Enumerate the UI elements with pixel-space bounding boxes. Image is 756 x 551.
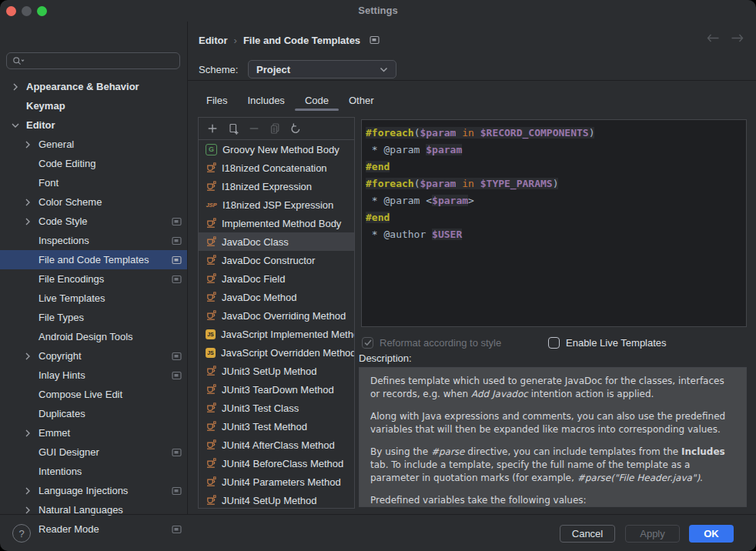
remove-template-button [248,122,260,135]
apply-button[interactable]: Apply [625,525,680,543]
template-item-implemented-method-body[interactable]: Implemented Method Body [199,214,354,232]
template-item-junit3-teardown-method[interactable]: JUnit3 TearDown Method [199,380,354,399]
sidebar-item-compose-live-edit[interactable]: Compose Live Edit [0,385,187,404]
template-item-javascript-overridden-method-body[interactable]: JSJavaScript Overridden Method Body [199,343,354,362]
tab-other[interactable]: Other [339,90,384,111]
template-item-junit3-setup-method[interactable]: JUnit3 SetUp Method [199,362,354,380]
sidebar-item-inspections[interactable]: Inspections [0,231,187,250]
sidebar-item-label: File Types [38,312,84,323]
duplicate-template-button[interactable] [227,122,239,135]
tab-files[interactable]: Files [196,90,237,111]
template-code-editor[interactable]: #foreach($param in $RECORD_COMPONENTS) *… [361,119,747,327]
sidebar-item-label: Compose Live Edit [38,389,122,400]
ok-button[interactable]: OK [689,525,734,543]
search-input[interactable] [28,55,170,68]
footer-separator [0,514,756,515]
template-item-junit4-parameters-method[interactable]: JUnit4 Parameters Method [199,473,354,491]
sidebar-item-live-templates[interactable]: Live Templates [0,289,187,308]
search-icon [12,56,25,66]
sidebar-item-natural-languages[interactable]: Natural Languages [0,500,187,519]
template-item-junit3-test-method[interactable]: JUnit3 Test Method [199,417,354,436]
sidebar-item-label: Code Editing [38,158,95,169]
sidebar-item-file-and-code-templates[interactable]: File and Code Templates [0,250,187,269]
chevron-spacer [22,331,34,343]
template-item-junit4-setup-method[interactable]: JUnit4 SetUp Method [199,491,354,509]
template-item-javascript-implemented-method-body[interactable]: JSJavaScript Implemented Method Body [199,325,354,343]
sidebar-item-color-scheme[interactable]: Color Scheme [0,192,187,212]
template-item-javadoc-overriding-method[interactable]: JavaDoc Overriding Method [199,306,354,325]
template-item-javadoc-field[interactable]: JavaDoc Field [199,269,354,288]
sidebar-divider [187,22,188,515]
pane-icon [370,35,380,45]
separator [188,80,756,81]
template-item-i18nized-jsp-expression[interactable]: JSPI18nized JSP Expression [199,195,354,214]
sidebar-item-intentions[interactable]: Intentions [0,462,187,481]
reformat-checkbox-label: Reformat according to style [380,337,501,349]
reset-template-button[interactable] [289,122,302,135]
chevron-right-icon [22,215,34,228]
breadcrumb-separator-icon: › [234,35,237,46]
template-item-i18nized-concatenation[interactable]: I18nized Concatenation [199,159,354,177]
sidebar-item-label: Color Scheme [38,196,102,208]
enable-live-templates-checkbox[interactable]: Enable Live Templates [548,336,667,349]
sidebar-item-code-editing[interactable]: Code Editing [0,154,187,173]
sidebar-item-gui-designer[interactable]: GUI Designer [0,442,187,462]
sidebar-item-general[interactable]: General [0,135,187,154]
pane-icon [172,525,182,534]
sidebar-item-android-design-tools[interactable]: Android Design Tools [0,327,187,346]
question-mark-icon: ? [18,528,24,539]
breadcrumb-editor[interactable]: Editor [199,35,228,46]
sidebar-item-language-injections[interactable]: Language Injections [0,481,187,500]
template-item-label: I18nized JSP Expression [222,199,333,211]
template-item-label: JUnit4 Parameters Method [222,476,341,488]
chevron-spacer [22,369,34,382]
sidebar-item-inlay-hints[interactable]: Inlay Hints [0,366,187,385]
sidebar-item-label: Appearance & Behavior [26,81,139,92]
java-class-icon [206,495,216,506]
template-item-label: JavaDoc Constructor [222,255,315,266]
template-item-javadoc-constructor[interactable]: JavaDoc Constructor [199,251,354,269]
template-item-javadoc-method[interactable]: JavaDoc Method [199,288,354,306]
sidebar-item-font[interactable]: Font [0,173,187,192]
sidebar-item-copyright[interactable]: Copyright [0,346,187,366]
sidebar-item-appearance-behavior[interactable]: Appearance & Behavior [0,77,187,96]
template-item-label: JavaScript Overridden Method Body [221,347,354,359]
template-item-groovy-new-method-body[interactable]: GGroovy New Method Body [199,140,354,159]
sidebar-item-label: Duplicates [38,408,85,419]
settings-search-field[interactable] [6,52,180,69]
template-item-label: JUnit3 Test Class [222,402,299,414]
sidebar-item-duplicates[interactable]: Duplicates [0,404,187,423]
sidebar-item-editor[interactable]: Editor [0,115,187,135]
description-panel[interactable]: Defines template which used to generate … [359,367,747,507]
sidebar-item-code-style[interactable]: Code Style [0,212,187,231]
chevron-spacer [22,312,34,324]
template-item-junit4-beforeclass-method[interactable]: JUnit4 BeforeClass Method [199,454,354,473]
scheme-dropdown-value: Project [256,64,290,75]
scheme-dropdown[interactable]: Project [248,60,396,78]
sidebar-item-label: General [38,139,74,150]
add-template-button[interactable] [206,122,219,135]
help-button[interactable]: ? [12,524,31,543]
chevron-right-icon [9,81,22,93]
template-item-junit3-test-class[interactable]: JUnit3 Test Class [199,399,354,417]
tab-code[interactable]: Code [295,90,339,111]
template-item-javadoc-class[interactable]: JavaDoc Class [199,232,354,251]
sidebar-item-file-encodings[interactable]: File Encodings [0,269,187,289]
template-item-i18nized-expression[interactable]: I18nized Expression [199,177,354,195]
chevron-spacer [22,292,34,305]
chevron-spacer [22,389,34,401]
template-item-label: JUnit3 Test Method [222,421,307,432]
sidebar-item-keymap[interactable]: Keymap [0,96,187,115]
back-button[interactable] [707,34,720,42]
cancel-button[interactable]: Cancel [560,525,615,543]
tab-includes[interactable]: Includes [237,90,294,111]
chevron-down-icon [380,67,388,72]
sidebar-item-file-types[interactable]: File Types [0,308,187,327]
sidebar-item-label: Editor [26,119,55,131]
forward-button[interactable] [731,34,744,42]
sidebar-item-emmet[interactable]: Emmet [0,423,187,442]
chevron-spacer [22,446,34,459]
template-item-junit4-afterclass-method[interactable]: JUnit4 AfterClass Method [199,436,354,454]
reformat-checkbox[interactable]: Reformat according to style [362,336,501,349]
sidebar-item-label: Live Templates [38,292,105,304]
